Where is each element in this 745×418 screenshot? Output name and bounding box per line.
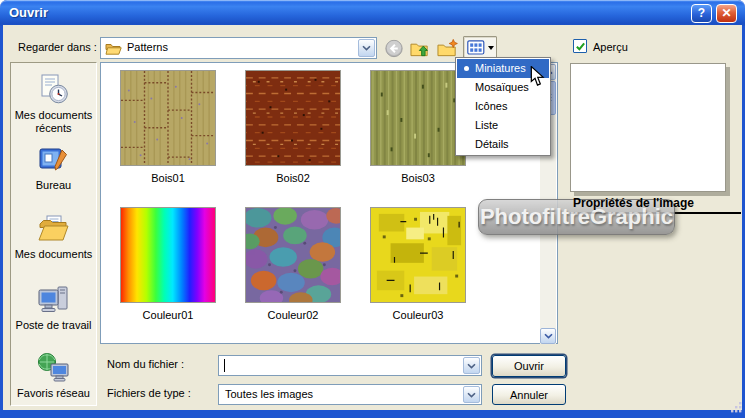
thumbnail-rainbow-gradient	[120, 207, 216, 303]
checkmark-icon	[575, 41, 586, 52]
up-folder-icon	[410, 38, 431, 58]
new-folder-button[interactable]	[436, 37, 460, 59]
thumbnail-multicolor-knit	[245, 207, 341, 303]
filename-combobox[interactable]	[218, 355, 482, 376]
desktop-icon	[37, 143, 70, 176]
chevron-down-icon	[362, 45, 371, 51]
network-places-icon	[37, 351, 70, 384]
look-in-dropdown-button[interactable]	[358, 39, 375, 57]
file-item-couleur01[interactable]: Couleur01	[105, 207, 231, 321]
thumbnail-olive-wood	[370, 70, 466, 166]
chevron-down-icon	[467, 392, 476, 398]
preview-checkbox[interactable]	[573, 39, 587, 53]
menu-item-icones[interactable]: Icônes	[457, 97, 549, 116]
sidebar-item-network-places[interactable]: Favoris réseau	[12, 351, 95, 400]
file-name: Bois03	[355, 172, 481, 184]
my-computer-icon	[37, 283, 70, 316]
file-item-couleur02[interactable]: Couleur02	[230, 207, 356, 321]
thumbnail-wood-planks	[120, 70, 216, 166]
file-name: Couleur01	[105, 309, 231, 321]
file-item-bois02[interactable]: Bois02	[230, 70, 356, 184]
filename-label: Nom du fichier :	[107, 358, 184, 370]
cancel-button[interactable]: Annuler	[492, 384, 566, 405]
window-title: Ouvrir	[9, 5, 48, 20]
file-item-bois01[interactable]: Bois01	[105, 70, 231, 184]
menu-item-label: Miniatures	[475, 62, 526, 74]
thumbnail-red-wood	[245, 70, 341, 166]
my-documents-icon	[37, 212, 70, 245]
menu-item-label: Détails	[475, 138, 509, 150]
chevron-down-icon	[544, 333, 553, 339]
chevron-down-icon	[467, 363, 476, 369]
sidebar-item-label: Bureau	[36, 179, 71, 192]
close-button[interactable]: ✕	[716, 4, 737, 23]
open-button[interactable]: Ouvrir	[492, 355, 566, 377]
menu-item-label: Mosaïques	[475, 81, 529, 93]
help-button[interactable]: ?	[691, 4, 712, 23]
menu-item-liste[interactable]: Liste	[457, 116, 549, 135]
views-dropdown-arrow-icon	[488, 46, 494, 50]
radio-bullet-icon	[464, 66, 469, 71]
filetype-label: Fichiers de type :	[107, 387, 191, 399]
sidebar-item-label: Favoris réseau	[17, 387, 90, 400]
dialog-body: Regarder dans : Patterns	[3, 25, 742, 410]
back-button[interactable]	[384, 38, 404, 58]
up-one-level-button[interactable]	[409, 37, 432, 59]
text-caret	[224, 359, 225, 372]
look-in-label: Regarder dans :	[18, 41, 97, 53]
preview-pane	[570, 63, 726, 192]
filetype-value: Toutes les images	[225, 388, 313, 400]
scroll-down-button[interactable]	[540, 328, 556, 344]
preview-checkbox-label: Aperçu	[593, 41, 628, 53]
menu-item-label: Icônes	[475, 100, 507, 112]
image-properties-label: Propriétés de l'image	[573, 196, 694, 210]
titlebar[interactable]: Ouvrir ? ✕	[0, 0, 745, 26]
back-arrow-icon	[385, 39, 403, 58]
sidebar-item-label: Mes documents récents	[12, 109, 95, 135]
sidebar-item-my-documents[interactable]: Mes documents	[12, 212, 95, 261]
resize-grip[interactable]	[730, 401, 743, 416]
filename-dropdown-button[interactable]	[463, 357, 480, 374]
look-in-combobox[interactable]: Patterns	[100, 37, 377, 59]
sidebar-item-my-computer[interactable]: Poste de travail	[12, 283, 95, 332]
open-folder-icon	[105, 41, 122, 58]
filetype-combobox[interactable]: Toutes les images	[218, 384, 482, 405]
sidebar-item-label: Mes documents	[15, 248, 93, 261]
places-sidebar: Mes documents récents Bureau Mes	[10, 62, 97, 406]
file-name: Bois01	[105, 172, 231, 184]
look-in-value: Patterns	[127, 41, 168, 53]
filetype-dropdown-button[interactable]	[463, 386, 480, 403]
file-name: Bois02	[230, 172, 356, 184]
file-name: Couleur02	[230, 309, 356, 321]
views-button[interactable]	[463, 36, 497, 59]
sidebar-item-label: Poste de travail	[16, 319, 92, 332]
mouse-cursor-icon	[530, 66, 545, 89]
menu-item-label: Liste	[475, 119, 498, 131]
open-dialog: Ouvrir ? ✕ Regarder dans : Patterns	[0, 0, 745, 418]
menu-item-details[interactable]: Détails	[457, 135, 549, 154]
recent-documents-icon	[37, 73, 70, 106]
views-grid-icon	[467, 40, 485, 55]
sidebar-item-recent-documents[interactable]: Mes documents récents	[12, 73, 95, 135]
thumbnail-yellow-abstract	[370, 207, 466, 303]
file-name: Couleur03	[355, 309, 481, 321]
file-item-couleur03[interactable]: Couleur03	[355, 207, 481, 321]
sidebar-item-desktop[interactable]: Bureau	[12, 143, 95, 192]
new-folder-icon	[437, 38, 459, 58]
